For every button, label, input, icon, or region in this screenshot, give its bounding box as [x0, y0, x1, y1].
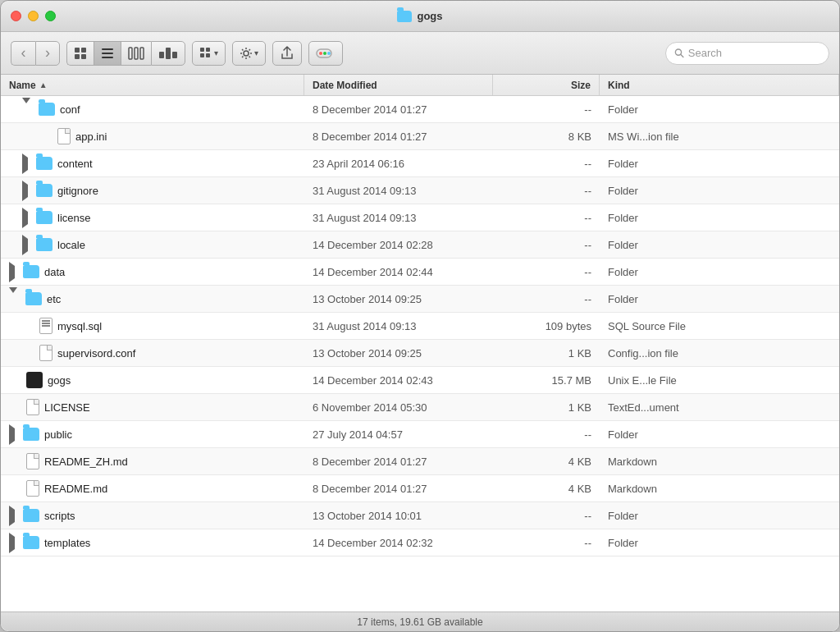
- list-item[interactable]: content23 April 2014 06:16--Folder: [1, 150, 839, 177]
- search-icon: [674, 48, 684, 58]
- list-item[interactable]: app.ini8 December 2014 01:278 KBMS Wi...…: [1, 123, 839, 150]
- name-header[interactable]: Name ▲: [1, 75, 304, 95]
- list-item[interactable]: LICENSE6 November 2014 05:301 KBTextEd..…: [1, 394, 839, 421]
- file-date: 14 December 2014 02:43: [304, 367, 493, 393]
- column-view-icon: [128, 47, 144, 60]
- statusbar: 17 items, 19.61 GB available: [1, 611, 839, 631]
- search-input[interactable]: [688, 47, 820, 59]
- file-kind: MS Wi...ion file: [600, 123, 839, 149]
- column-view-button[interactable]: [121, 41, 151, 66]
- file-icon: [26, 453, 39, 469]
- folder-icon: [23, 509, 39, 522]
- list-item[interactable]: conf8 December 2014 01:27--Folder: [1, 96, 839, 123]
- file-name: app.ini: [75, 131, 107, 143]
- expand-triangle[interactable]: [9, 533, 15, 553]
- file-name: license: [57, 212, 90, 224]
- list-item[interactable]: supervisord.conf13 October 2014 09:251 K…: [1, 340, 839, 367]
- file-name: data: [44, 266, 65, 278]
- traffic-lights: [11, 11, 56, 21]
- file-name: gitignore: [57, 185, 98, 197]
- folder-icon: [36, 211, 52, 224]
- svg-point-20: [323, 52, 326, 55]
- list-item[interactable]: license31 August 2014 09:13--Folder: [1, 204, 839, 231]
- file-date: 6 November 2014 05:30: [304, 394, 493, 420]
- arrange-icon: ▾: [199, 47, 218, 60]
- action-icon: ▾: [240, 47, 258, 60]
- action-button[interactable]: ▾: [232, 41, 266, 66]
- minimize-button[interactable]: [28, 11, 39, 21]
- expand-triangle[interactable]: [22, 153, 28, 174]
- list-item[interactable]: data14 December 2014 02:44--Folder: [1, 259, 839, 286]
- list-item[interactable]: etc13 October 2014 09:25--Folder: [1, 286, 839, 313]
- file-kind: Folder: [600, 150, 839, 176]
- tag-button[interactable]: [308, 41, 343, 66]
- column-headers: Name ▲ Date Modified Size Kind: [1, 75, 839, 96]
- expand-triangle[interactable]: [9, 262, 15, 282]
- maximize-button[interactable]: [45, 11, 56, 21]
- forward-button[interactable]: [35, 41, 60, 66]
- action-dropdown-arrow: ▾: [254, 48, 258, 57]
- list-item[interactable]: README_ZH.md8 December 2014 01:274 KBMar…: [1, 448, 839, 475]
- list-item[interactable]: scripts13 October 2014 10:01--Folder: [1, 502, 839, 529]
- share-button[interactable]: [272, 41, 302, 66]
- share-icon: [280, 46, 294, 61]
- file-kind: Folder: [600, 529, 839, 556]
- file-date: 27 July 2014 04:57: [304, 421, 493, 447]
- file-name: gogs: [48, 374, 71, 387]
- list-item[interactable]: gogs14 December 2014 02:4315.7 MBUnix E.…: [1, 367, 839, 394]
- svg-rect-2: [75, 54, 80, 59]
- expand-triangle[interactable]: [22, 235, 28, 255]
- folder-icon: [39, 103, 55, 116]
- expand-triangle[interactable]: [9, 506, 15, 526]
- cover-flow-icon: [158, 47, 178, 60]
- file-kind: SQL Source File: [600, 313, 839, 339]
- icon-view-icon: [74, 47, 87, 60]
- file-kind: Markdown: [600, 448, 839, 474]
- file-date: 8 December 2014 01:27: [304, 96, 493, 122]
- file-date: 8 December 2014 01:27: [304, 448, 493, 474]
- file-kind: Folder: [600, 421, 839, 447]
- expand-triangle[interactable]: [22, 181, 28, 201]
- file-kind: Markdown: [600, 475, 839, 501]
- file-date: 23 April 2014 06:16: [304, 150, 493, 176]
- svg-rect-13: [200, 48, 204, 52]
- date-header[interactable]: Date Modified: [304, 75, 493, 95]
- search-box[interactable]: [665, 42, 829, 65]
- icon-view-button[interactable]: [66, 41, 94, 66]
- file-size: --: [493, 204, 600, 231]
- expand-triangle[interactable]: [9, 424, 15, 445]
- svg-rect-12: [172, 52, 177, 58]
- file-date: 14 December 2014 02:44: [304, 259, 493, 285]
- arrange-button[interactable]: ▾: [192, 41, 226, 66]
- list-item[interactable]: templates14 December 2014 02:32--Folder: [1, 529, 839, 556]
- kind-header[interactable]: Kind: [600, 75, 839, 95]
- file-kind: Folder: [600, 96, 839, 122]
- list-item[interactable]: gitignore31 August 2014 09:13--Folder: [1, 177, 839, 204]
- sql-file-icon: [39, 318, 52, 334]
- svg-rect-4: [102, 48, 113, 50]
- size-header[interactable]: Size: [493, 75, 600, 95]
- close-button[interactable]: [11, 11, 21, 21]
- svg-rect-5: [102, 53, 113, 54]
- cover-flow-button[interactable]: [151, 41, 185, 66]
- list-item[interactable]: mysql.sql31 August 2014 09:13109 bytesSQ…: [1, 313, 839, 340]
- view-group: [66, 41, 185, 66]
- file-date: 14 December 2014 02:32: [304, 529, 493, 556]
- file-size: 1 KB: [493, 394, 600, 420]
- list-item[interactable]: locale14 December 2014 02:28--Folder: [1, 231, 839, 259]
- expand-triangle[interactable]: [22, 98, 30, 116]
- file-name: README_ZH.md: [44, 456, 128, 468]
- file-date: 31 August 2014 09:13: [304, 313, 493, 339]
- expand-triangle[interactable]: [22, 208, 28, 228]
- list-item[interactable]: README.md8 December 2014 01:274 KBMarkdo…: [1, 475, 839, 502]
- file-icon: [26, 480, 39, 497]
- expand-triangle[interactable]: [9, 287, 17, 305]
- back-button[interactable]: [11, 41, 35, 66]
- list-view-button[interactable]: [94, 41, 121, 66]
- file-name: README.md: [44, 483, 107, 495]
- svg-point-21: [327, 52, 331, 55]
- window-title: gogs: [397, 10, 442, 22]
- folder-icon: [36, 238, 52, 251]
- list-item[interactable]: public27 July 2014 04:57--Folder: [1, 421, 839, 448]
- file-size: 4 KB: [493, 448, 600, 474]
